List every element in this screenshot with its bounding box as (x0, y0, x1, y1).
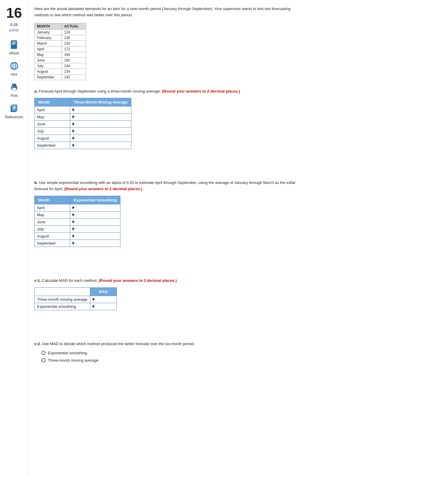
month-cell: June (35, 121, 70, 128)
data-month-cell: February (35, 35, 62, 41)
part-a-label: a. Forecast April through September usin… (34, 88, 301, 95)
data-month-cell: January (35, 29, 62, 35)
data-table: MONTH ACTUAL January124February136March1… (34, 23, 86, 80)
forecast-input-cell[interactable] (70, 142, 131, 149)
table-row: September (35, 240, 120, 247)
radio-three-month[interactable]: Three-month moving average. (41, 358, 436, 363)
mad-method-label: Exponential smoothing (35, 303, 90, 310)
data-actual-cell: 136 (62, 35, 86, 41)
print-icon (9, 82, 20, 93)
sidebar-item-hint[interactable]: Hint (2, 61, 26, 77)
table-row: June (35, 218, 120, 225)
data-col-actual: ACTUAL (62, 23, 86, 29)
svg-rect-2 (12, 43, 16, 43)
mad-input-cell[interactable] (90, 296, 117, 303)
radio-exponential-label: Exponential smoothing. (48, 351, 88, 355)
data-month-cell: April (35, 46, 62, 52)
svg-rect-3 (12, 44, 15, 45)
data-actual-cell: 144 (62, 63, 86, 69)
exp-smoothing-input-cell[interactable] (70, 204, 120, 211)
exp-smoothing-input-cell[interactable] (70, 240, 120, 247)
svg-rect-1 (12, 42, 16, 42)
data-month-cell: July (35, 63, 62, 69)
table-row: April (35, 204, 120, 211)
data-actual-cell: 134 (62, 69, 86, 74)
mad-input-cell[interactable] (90, 303, 117, 310)
forecast-input-cell[interactable] (70, 135, 131, 142)
data-actual-cell: 142 (62, 74, 86, 80)
part-a-col-month: Month (35, 98, 70, 106)
exp-smoothing-input-cell[interactable] (70, 225, 120, 232)
part-b-table: Month Exponential Smoothing AprilMayJune… (34, 196, 120, 247)
mad-col-header: MAD (90, 287, 117, 296)
month-cell: September (35, 240, 70, 247)
data-table-row: February136 (35, 35, 86, 41)
data-actual-cell: 182 (62, 57, 86, 63)
sidebar-item-references[interactable]: References (2, 103, 26, 119)
data-month-cell: March (35, 41, 62, 46)
forecast-input-cell[interactable] (70, 128, 131, 135)
part-b-label: b. Use simple exponential smoothing with… (34, 180, 301, 192)
exp-smoothing-input-cell[interactable] (70, 211, 120, 218)
points-value: 0.25 (10, 22, 18, 27)
data-table-row: July144 (35, 63, 86, 69)
question-number: 16 (6, 6, 22, 20)
month-cell: September (35, 142, 70, 149)
data-month-cell: September (35, 74, 62, 80)
month-cell: August (35, 232, 70, 240)
part-a-col-forecast: Three-Month Moving Average (70, 98, 131, 106)
mad-method-label: Three-month moving average (35, 296, 90, 303)
sidebar-item-print[interactable]: Print (2, 82, 26, 98)
radio-circle-three-month[interactable] (41, 358, 46, 362)
data-table-row: September142 (35, 74, 86, 80)
mad-table: MAD Three-month moving averageExponentia… (34, 287, 117, 310)
globe-icon (9, 61, 20, 71)
main-content: Here are the actual tabulated demands fo… (28, 0, 448, 477)
svg-rect-12 (12, 87, 14, 88)
sidebar-item-ebook[interactable]: eBook (2, 39, 26, 55)
part-b-col-month: Month (35, 196, 70, 204)
table-row: August (35, 135, 131, 142)
part-a-table: Month Three-Month Moving Average AprilMa… (34, 98, 131, 149)
data-month-cell: June (35, 57, 62, 63)
table-row: April (35, 106, 131, 114)
sidebar-hint-label: Hint (11, 72, 17, 77)
table-row: May (35, 114, 131, 121)
table-row: September (35, 142, 131, 149)
svg-rect-10 (12, 84, 16, 87)
month-cell: May (35, 114, 70, 121)
mad-table-row: Three-month moving average (35, 296, 117, 303)
forecast-input-cell[interactable] (70, 106, 131, 114)
data-month-cell: May (35, 52, 62, 57)
radio-exponential[interactable]: Exponential smoothing. (41, 351, 436, 355)
sidebar-ebook-label: eBook (9, 51, 19, 55)
radio-group: Exponential smoothing. Three-month movin… (41, 351, 436, 363)
table-row: July (35, 225, 120, 232)
month-cell: April (35, 106, 70, 114)
month-cell: June (35, 218, 70, 225)
sidebar-print-label: Print (10, 94, 18, 98)
exp-smoothing-input-cell[interactable] (70, 232, 120, 240)
copy-icon (9, 103, 20, 114)
svg-rect-15 (13, 106, 16, 107)
data-month-cell: August (35, 69, 62, 74)
radio-circle-exponential[interactable] (41, 351, 46, 355)
svg-rect-16 (13, 107, 16, 108)
data-table-row: May164 (35, 52, 86, 57)
forecast-input-cell[interactable] (70, 121, 131, 128)
data-table-row: August134 (35, 69, 86, 74)
data-col-month: MONTH (35, 23, 62, 29)
month-cell: July (35, 128, 70, 135)
sidebar-references-label: References (5, 115, 23, 119)
book-icon (9, 39, 20, 50)
month-cell: May (35, 211, 70, 218)
svg-rect-17 (13, 109, 15, 109)
exp-smoothing-input-cell[interactable] (70, 218, 120, 225)
table-row: May (35, 211, 120, 218)
forecast-input-cell[interactable] (70, 114, 131, 121)
part-b-col-forecast: Exponential Smoothing (70, 196, 120, 204)
part-c1-label: c-1. Calculate MAD for each method. (Rou… (34, 278, 301, 284)
table-row: July (35, 128, 131, 135)
table-row: June (35, 121, 131, 128)
mad-table-row: Exponential smoothing (35, 303, 117, 310)
